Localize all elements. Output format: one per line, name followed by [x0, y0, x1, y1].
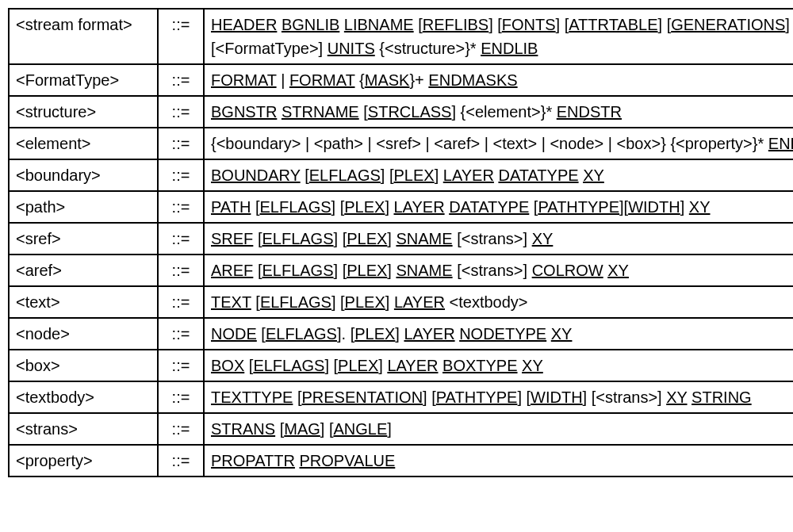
rule-name: <strans> [9, 413, 158, 445]
grammar-table: <stream format>::=HEADER BGNLIB LIBNAME … [8, 8, 793, 477]
rule-op: ::= [158, 286, 204, 318]
rule-name: <aref> [9, 255, 158, 286]
rule-definition: BGNSTR STRNAME [STRCLASS] {<element>}* E… [204, 96, 793, 128]
table-row: <boundary>::=BOUNDARY [ELFLAGS] [PLEX] L… [9, 159, 793, 191]
rule-op: ::= [158, 9, 204, 64]
table-row: <structure>::=BGNSTR STRNAME [STRCLASS] … [9, 96, 793, 128]
table-row: <stream format>::=HEADER BGNLIB LIBNAME … [9, 9, 793, 64]
rule-op: ::= [158, 413, 204, 445]
rule-definition: SREF [ELFLAGS] [PLEX] SNAME [<strans>] X… [204, 223, 793, 255]
rule-definition: FORMAT | FORMAT {MASK}+ ENDMASKS [204, 64, 793, 96]
table-row: <FormatType>::=FORMAT | FORMAT {MASK}+ E… [9, 64, 793, 96]
rule-definition: BOX [ELFLAGS] [PLEX] LAYER BOXTYPE XY [204, 350, 793, 381]
rule-definition: AREF [ELFLAGS] [PLEX] SNAME [<strans>] C… [204, 255, 793, 286]
rule-definition: STRANS [MAG] [ANGLE] [204, 413, 793, 445]
table-row: <path>::=PATH [ELFLAGS] [PLEX] LAYER DAT… [9, 191, 793, 223]
rule-definition: PROPATTR PROPVALUE [204, 445, 793, 477]
rule-op: ::= [158, 445, 204, 477]
rule-name: <node> [9, 318, 158, 350]
table-row: <aref>::=AREF [ELFLAGS] [PLEX] SNAME [<s… [9, 255, 793, 286]
table-row: <element>::={<boundary> | <path> | <sref… [9, 128, 793, 159]
rule-definition: TEXTTYPE [PRESENTATION] [PATHTYPE] [WIDT… [204, 381, 793, 413]
rule-name: <sref> [9, 223, 158, 255]
rule-definition: TEXT [ELFLAGS] [PLEX] LAYER <textbody> [204, 286, 793, 318]
rule-definition: NODE [ELFLAGS]. [PLEX] LAYER NODETYPE XY [204, 318, 793, 350]
rule-name: <property> [9, 445, 158, 477]
rule-op: ::= [158, 191, 204, 223]
rule-op: ::= [158, 223, 204, 255]
rule-op: ::= [158, 381, 204, 413]
table-row: <textbody>::=TEXTTYPE [PRESENTATION] [PA… [9, 381, 793, 413]
table-row: <property>::=PROPATTR PROPVALUE [9, 445, 793, 477]
table-row: <box>::=BOX [ELFLAGS] [PLEX] LAYER BOXTY… [9, 350, 793, 381]
rule-name: <element> [9, 128, 158, 159]
table-row: <text>::=TEXT [ELFLAGS] [PLEX] LAYER <te… [9, 286, 793, 318]
rule-name: <FormatType> [9, 64, 158, 96]
rule-op: ::= [158, 128, 204, 159]
rule-definition: PATH [ELFLAGS] [PLEX] LAYER DATATYPE [PA… [204, 191, 793, 223]
rule-op: ::= [158, 64, 204, 96]
grammar-table-body: <stream format>::=HEADER BGNLIB LIBNAME … [9, 9, 793, 477]
rule-name: <stream format> [9, 9, 158, 64]
rule-name: <structure> [9, 96, 158, 128]
rule-name: <textbody> [9, 381, 158, 413]
table-row: <node>::=NODE [ELFLAGS]. [PLEX] LAYER NO… [9, 318, 793, 350]
rule-definition: {<boundary> | <path> | <sref> | <aref> |… [204, 128, 793, 159]
rule-op: ::= [158, 255, 204, 286]
rule-definition: BOUNDARY [ELFLAGS] [PLEX] LAYER DATATYPE… [204, 159, 793, 191]
table-row: <sref>::=SREF [ELFLAGS] [PLEX] SNAME [<s… [9, 223, 793, 255]
rule-name: <text> [9, 286, 158, 318]
rule-op: ::= [158, 350, 204, 381]
rule-op: ::= [158, 318, 204, 350]
rule-name: <path> [9, 191, 158, 223]
rule-name: <box> [9, 350, 158, 381]
table-row: <strans>::=STRANS [MAG] [ANGLE] [9, 413, 793, 445]
rule-op: ::= [158, 96, 204, 128]
rule-op: ::= [158, 159, 204, 191]
rule-name: <boundary> [9, 159, 158, 191]
rule-definition: HEADER BGNLIB LIBNAME [REFLIBS] [FONTS] … [204, 9, 793, 64]
